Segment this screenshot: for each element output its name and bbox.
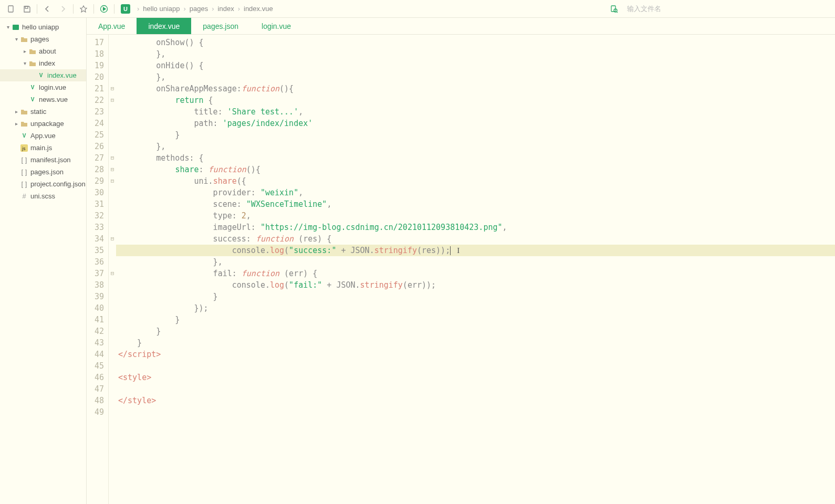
code-body[interactable]: onShow() { }, onHide() { }, onShareAppMe…: [116, 35, 835, 504]
tree-folder[interactable]: ▸unpackage: [0, 118, 86, 130]
tree-file[interactable]: [ ]project.config.json: [0, 178, 86, 190]
tree-label: index.vue: [47, 71, 77, 79]
tree-folder[interactable]: ▾hello uniapp: [0, 21, 86, 33]
breadcrumb-item[interactable]: index: [218, 5, 234, 13]
code-line[interactable]: </script>: [116, 349, 835, 360]
code-line[interactable]: },: [116, 71, 835, 83]
tree-folder[interactable]: ▾index: [0, 57, 86, 69]
fold-toggle-icon[interactable]: ⊟: [109, 233, 116, 245]
fold-toggle-icon[interactable]: ⊟: [109, 268, 116, 279]
svg-rect-5: [611, 6, 615, 12]
code-line[interactable]: onShow() {: [116, 37, 835, 48]
code-line[interactable]: fail: function (err) {: [116, 268, 835, 279]
breadcrumb-item[interactable]: hello uniapp: [143, 5, 180, 13]
code-line[interactable]: methods: {: [116, 152, 835, 164]
code-line[interactable]: console.log("success:" + JSON.stringify(…: [116, 245, 835, 256]
fold-toggle-icon[interactable]: ⊟: [109, 175, 116, 187]
code-line[interactable]: </style>: [116, 395, 835, 406]
tree-file[interactable]: #uni.scss: [0, 190, 86, 202]
fold-toggle-icon[interactable]: ⊟: [109, 94, 116, 106]
code-line[interactable]: [116, 406, 835, 418]
fold-empty: [109, 60, 116, 71]
code-line[interactable]: },: [116, 141, 835, 152]
chevron-down-icon[interactable]: ▾: [4, 24, 12, 30]
tree-file[interactable]: [ ]manifest.json: [0, 154, 86, 166]
code-line[interactable]: }: [116, 291, 835, 302]
tree-file[interactable]: [ ]pages.json: [0, 166, 86, 178]
tree-label: pages.json: [30, 168, 64, 176]
editor-tab[interactable]: login.vue: [250, 18, 302, 34]
search-input[interactable]: [627, 5, 795, 13]
separator: [114, 4, 114, 14]
code-line[interactable]: return {: [116, 94, 835, 106]
code-line[interactable]: }: [116, 337, 835, 349]
breadcrumb-item[interactable]: pages: [190, 5, 208, 13]
editor-area: App.vueindex.vuepages.jsonlogin.vue 1718…: [87, 18, 835, 504]
chevron-right-icon[interactable]: ▸: [13, 121, 20, 127]
code-line[interactable]: scene: "WXSenceTimeline",: [116, 198, 835, 210]
code-line[interactable]: }: [116, 129, 835, 141]
fold-empty: [109, 245, 116, 256]
code-line[interactable]: },: [116, 48, 835, 60]
tree-file[interactable]: Vlogin.vue: [0, 81, 86, 93]
chevron-down-icon[interactable]: ▾: [21, 60, 28, 66]
fold-toggle-icon[interactable]: ⊟: [109, 152, 116, 164]
file-tree: ▾hello uniapp▾pages▸about▾indexVindex.vu…: [0, 18, 87, 504]
back-icon[interactable]: [39, 2, 55, 16]
code-line[interactable]: type: 2,: [116, 210, 835, 222]
chevron-right-icon[interactable]: ▸: [13, 109, 20, 114]
forward-icon[interactable]: [55, 2, 71, 16]
line-number: 45: [87, 360, 104, 372]
chevron-down-icon[interactable]: ▾: [13, 36, 20, 42]
fold-toggle-icon[interactable]: ⊟: [109, 83, 116, 94]
code-line[interactable]: title: 'Share test...',: [116, 106, 835, 118]
code-line[interactable]: onShareAppMessage:function(){: [116, 83, 835, 94]
editor-tabs: App.vueindex.vuepages.jsonlogin.vue: [87, 18, 835, 35]
breadcrumb-item[interactable]: index.vue: [244, 5, 273, 13]
tree-file[interactable]: Vnews.vue: [0, 93, 86, 106]
svg-marker-2: [80, 6, 87, 12]
editor-tab[interactable]: App.vue: [87, 18, 137, 34]
code-line[interactable]: provider: "weixin",: [116, 187, 835, 198]
line-number: 38: [87, 279, 104, 291]
code-editor[interactable]: 1718192021222324252627282930313233343536…: [87, 35, 835, 504]
line-number: 17: [87, 37, 104, 48]
star-icon[interactable]: [76, 2, 91, 16]
code-line[interactable]: [116, 360, 835, 372]
code-line[interactable]: share: function(){: [116, 164, 835, 175]
code-line[interactable]: });: [116, 302, 835, 314]
code-line[interactable]: <style>: [116, 372, 835, 383]
code-line[interactable]: }: [116, 314, 835, 326]
line-number: 48: [87, 395, 104, 406]
tree-folder[interactable]: ▾pages: [0, 33, 86, 45]
save-icon[interactable]: [19, 2, 35, 16]
fold-toggle-icon[interactable]: ⊟: [109, 164, 116, 175]
code-line[interactable]: onHide() {: [116, 60, 835, 71]
editor-tab[interactable]: pages.json: [191, 18, 250, 34]
new-file-icon[interactable]: [3, 2, 19, 16]
fold-empty: [109, 106, 116, 118]
tree-file[interactable]: jsmain.js: [0, 142, 86, 154]
code-line[interactable]: console.log("fail:" + JSON.stringify(err…: [116, 279, 835, 291]
svg-rect-8: [13, 25, 19, 30]
tree-file[interactable]: VApp.vue: [0, 130, 86, 142]
run-icon[interactable]: [96, 2, 112, 16]
code-line[interactable]: path: 'pages/index/index': [116, 118, 835, 129]
fold-empty: [109, 210, 116, 222]
chevron-right-icon[interactable]: ▸: [21, 48, 28, 54]
code-line[interactable]: imageUrl: "https://img-blog.csdnimg.cn/2…: [116, 222, 835, 233]
code-line[interactable]: success: function (res) {: [116, 233, 835, 245]
tree-file[interactable]: Vindex.vue: [0, 69, 86, 81]
code-line[interactable]: }: [116, 326, 835, 337]
code-line[interactable]: },: [116, 256, 835, 268]
code-line[interactable]: [116, 383, 835, 395]
code-line[interactable]: uni.share({: [116, 175, 835, 187]
tree-folder[interactable]: ▸about: [0, 45, 86, 57]
search-file-icon[interactable]: [606, 2, 622, 16]
tree-folder[interactable]: ▸static: [0, 106, 86, 118]
chevron-right-icon: ›: [183, 5, 185, 13]
fold-empty: [109, 37, 116, 48]
editor-tab[interactable]: index.vue: [137, 18, 191, 34]
tree-label: login.vue: [39, 83, 66, 91]
fold-empty: [109, 360, 116, 372]
